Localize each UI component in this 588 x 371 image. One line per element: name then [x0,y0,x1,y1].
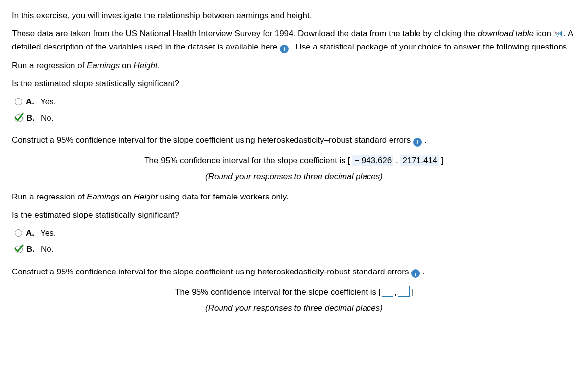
q1-line2: Is the estimated slope statistically sig… [12,77,576,90]
q2-earnings-it: Earnings [87,192,120,201]
radio-empty-icon[interactable] [15,98,22,105]
q1-a-text: Yes. [40,95,56,108]
intro-line-2: These data are taken from the US Nationa… [12,27,576,53]
ci1-close: ] [439,156,443,165]
ci2-lower-input[interactable] [382,286,393,297]
svg-rect-0 [554,31,561,36]
ci2-label: The 95% confidence interval for the slop… [175,287,381,297]
q1-option-a[interactable]: A. Yes. [15,95,576,108]
q1-b-text: No. [41,111,53,124]
download-table-italic: download table [478,29,534,38]
radio-empty-icon[interactable] [15,229,22,237]
ci1-prompt-a: Construct a 95% confidence interval for … [12,135,413,145]
svg-rect-3 [559,32,560,34]
q1-height-it: Height [134,61,158,70]
ci2-prompt: Construct a 95% confidence interval for … [12,265,576,278]
ci2-prompt-a: Construct a 95% confidence interval for … [12,267,411,276]
ci2-sep: , [394,287,397,297]
intro-2b: icon [534,29,554,38]
q2-b-letter: B. [26,243,35,256]
radio-checked-icon[interactable] [15,246,23,253]
info-icon[interactable]: i [280,45,289,53]
q1-line1a: Run a regression of [12,61,87,70]
radio-checked-icon[interactable] [15,114,23,122]
q1-choices: A. Yes. B. No. [15,95,576,124]
ci2-close: ] [411,287,413,297]
q2-line2: Is the estimated slope statistically sig… [12,208,576,222]
q1-earnings-it: Earnings [87,61,120,70]
ci1-prompt-b: . [422,135,426,145]
ci1-upper-input[interactable]: 2171.414 [400,155,439,166]
q2-line1c: using data for female workers only. [158,192,289,201]
info-icon[interactable]: i [411,269,420,278]
q2-line1b: on [120,192,133,201]
download-table-icon[interactable] [554,31,562,37]
intro-2d: . Use a statistical package of your choi… [291,42,569,51]
q2-option-a[interactable]: A. Yes. [15,226,576,240]
ci1-sep: , [393,156,400,165]
ci2-prompt-b: . [420,267,424,276]
q2-height-it: Height [134,192,158,201]
info-icon[interactable]: i [413,138,422,147]
q1-a-letter: A. [26,95,34,108]
svg-rect-2 [557,32,558,34]
q2-choices: A. Yes. B. No. [15,226,576,256]
ci2-answer-line: The 95% confidence interval for the slop… [12,285,576,298]
q1-line1: Run a regression of Earnings on Height. [12,59,576,72]
q2-b-text: No. [41,243,53,256]
q1-line1b: on [120,61,133,70]
intro-line-1: In this exercise, you will investigate t… [12,9,576,22]
ci1-hint: (Round your responses to three decimal p… [12,170,576,183]
q1-b-letter: B. [26,111,35,124]
q1-option-b[interactable]: B. No. [15,111,576,124]
ci1-answer-line: The 95% confidence interval for the slop… [12,154,576,167]
svg-rect-5 [557,34,558,35]
ci1-lower-input[interactable]: − 943.626 [352,155,393,166]
q2-option-b[interactable]: B. No. [15,243,576,256]
q2-a-letter: A. [26,226,34,240]
ci1-prompt: Construct a 95% confidence interval for … [12,133,576,147]
svg-rect-4 [555,34,556,35]
ci1-label: The 95% confidence interval for the slop… [144,156,352,165]
svg-rect-6 [559,34,560,35]
ci2-hint: (Round your responses to three decimal p… [12,301,576,315]
q1-line1c: . [158,61,160,70]
q2-a-text: Yes. [40,226,56,240]
svg-rect-1 [555,32,556,34]
intro-2a: These data are taken from the US Nationa… [12,29,478,38]
q2-line1: Run a regression of Earnings on Height u… [12,190,576,203]
q2-line1a: Run a regression of [12,192,87,201]
ci2-upper-input[interactable] [398,286,410,297]
